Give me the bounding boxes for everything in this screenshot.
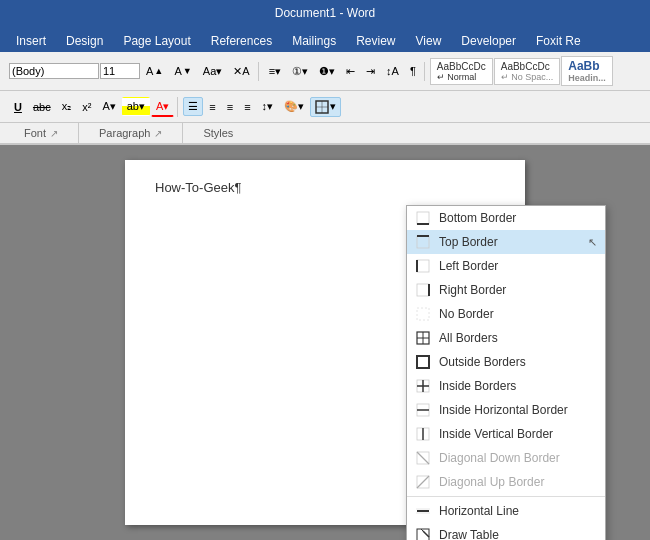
- sort-btn[interactable]: ↕A: [381, 62, 404, 80]
- align-right-btn[interactable]: ≡: [222, 98, 238, 116]
- font-style-group: U abc x₂ x² A▾ ab▾ A▾: [6, 97, 178, 117]
- menu-item-inside-v-border[interactable]: Inside Vertical Border: [407, 422, 605, 446]
- justify-btn[interactable]: ≡: [239, 98, 255, 116]
- svg-rect-3: [417, 212, 429, 224]
- highlight-btn[interactable]: ab▾: [122, 97, 150, 116]
- svg-line-24: [417, 452, 429, 464]
- menu-item-right-border[interactable]: Right Border: [407, 278, 605, 302]
- outside-borders-icon: [415, 354, 431, 370]
- clear-format-btn[interactable]: ✕A: [228, 62, 254, 81]
- draw-table-icon: [415, 527, 431, 540]
- styles-label: Styles: [203, 127, 233, 139]
- top-border-icon: [415, 234, 431, 250]
- title-text: Document1 - Word: [275, 6, 375, 20]
- tab-review[interactable]: Review: [346, 30, 405, 52]
- tab-mailings[interactable]: Mailings: [282, 30, 346, 52]
- toolbar-row1: A▲ A▼ Aa▾ ✕A ≡▾ ①▾ ❶▾ ⇤ ⇥ ↕A ¶ AaBbCcDc …: [0, 52, 650, 91]
- show-formatting-btn[interactable]: ¶: [405, 62, 421, 80]
- menu-item-diagonal-down: Diagonal Down Border: [407, 446, 605, 470]
- tab-page-layout[interactable]: Page Layout: [113, 30, 200, 52]
- font-group-label: Font ↗: [4, 123, 79, 143]
- bullets-btn[interactable]: ≡▾: [264, 62, 286, 81]
- no-border-icon: [415, 306, 431, 322]
- strikethrough-btn[interactable]: abc: [28, 98, 56, 116]
- svg-rect-11: [417, 308, 429, 320]
- right-border-icon: [415, 282, 431, 298]
- horizontal-line-label: Horizontal Line: [439, 504, 519, 518]
- tab-references[interactable]: References: [201, 30, 282, 52]
- svg-line-26: [417, 476, 429, 488]
- align-left-btn[interactable]: ☰: [183, 97, 203, 116]
- inside-borders-label: Inside Borders: [439, 379, 516, 393]
- tab-insert[interactable]: Insert: [6, 30, 56, 52]
- superscript-btn[interactable]: x²: [77, 98, 96, 116]
- menu-item-draw-table[interactable]: Draw Table: [407, 523, 605, 540]
- document-text: How-To-Geek¶: [155, 180, 241, 195]
- inside-borders-icon: [415, 378, 431, 394]
- style-heading-label: Headin...: [568, 73, 606, 83]
- svg-rect-15: [417, 356, 429, 368]
- paragraph-expand-icon[interactable]: ↗: [154, 128, 162, 139]
- styles-group-label: Styles: [183, 123, 253, 143]
- font-expand-icon[interactable]: ↗: [50, 128, 58, 139]
- inside-h-border-label: Inside Horizontal Border: [439, 403, 568, 417]
- text-effects-btn[interactable]: A▾: [97, 97, 120, 116]
- menu-item-horizontal-line[interactable]: Horizontal Line: [407, 499, 605, 523]
- tab-design[interactable]: Design: [56, 30, 113, 52]
- tab-view[interactable]: View: [406, 30, 452, 52]
- line-spacing-btn[interactable]: ↕▾: [257, 97, 279, 116]
- menu-item-top-border[interactable]: Top Border↖: [407, 230, 605, 254]
- borders-btn[interactable]: ▾: [310, 97, 341, 117]
- style-nospace[interactable]: AaBbCcDc ↵ No Spac...: [494, 58, 561, 85]
- change-case-btn[interactable]: Aa▾: [198, 62, 227, 81]
- style-nospace-label: ↵ No Spac...: [501, 72, 554, 82]
- menu-item-bottom-border[interactable]: Bottom Border: [407, 206, 605, 230]
- toolbar-row2: U abc x₂ x² A▾ ab▾ A▾ ☰ ≡ ≡ ≡ ↕▾ 🎨▾ ▾: [0, 91, 650, 123]
- no-border-label: No Border: [439, 307, 494, 321]
- font-size-increase-btn[interactable]: A▲: [141, 62, 168, 80]
- font-size-decrease-btn[interactable]: A▼: [169, 62, 196, 80]
- text-format-group: ≡▾ ①▾ ❶▾ ⇤ ⇥ ↕A ¶: [261, 62, 425, 81]
- inside-v-border-label: Inside Vertical Border: [439, 427, 553, 441]
- subscript-btn[interactable]: x₂: [57, 97, 77, 116]
- style-normal-label: ↵ Normal: [437, 72, 486, 82]
- font-size-input[interactable]: [100, 63, 140, 79]
- document-wrapper: How-To-Geek¶ Bottom BorderTop Border↖Lef…: [0, 145, 650, 540]
- inside-h-border-icon: [415, 402, 431, 418]
- right-border-label: Right Border: [439, 283, 506, 297]
- diagonal-down-label: Diagonal Down Border: [439, 451, 560, 465]
- font-label: Font: [24, 127, 46, 139]
- all-borders-label: All Borders: [439, 331, 498, 345]
- style-heading-preview: AaBb: [568, 59, 606, 73]
- tab-developer[interactable]: Developer: [451, 30, 526, 52]
- style-heading1[interactable]: AaBb Headin...: [561, 56, 613, 86]
- inside-v-border-icon: [415, 426, 431, 442]
- outside-borders-label: Outside Borders: [439, 355, 526, 369]
- styles-group: AaBbCcDc ↵ Normal AaBbCcDc ↵ No Spac... …: [427, 56, 616, 86]
- style-nospace-preview: AaBbCcDc: [501, 61, 554, 72]
- tab-foxit[interactable]: Foxit Re: [526, 30, 591, 52]
- svg-rect-9: [417, 284, 429, 296]
- menu-item-no-border[interactable]: No Border: [407, 302, 605, 326]
- menu-item-all-borders[interactable]: All Borders: [407, 326, 605, 350]
- underline-btn[interactable]: U: [9, 98, 27, 116]
- align-center-btn[interactable]: ≡: [204, 98, 220, 116]
- numbering-btn[interactable]: ①▾: [287, 62, 313, 81]
- svg-rect-5: [417, 236, 429, 248]
- menu-item-left-border[interactable]: Left Border: [407, 254, 605, 278]
- multilevel-btn[interactable]: ❶▾: [314, 62, 340, 81]
- menu-divider: [407, 496, 605, 497]
- font-name-input[interactable]: [9, 63, 99, 79]
- menu-item-inside-borders[interactable]: Inside Borders: [407, 374, 605, 398]
- all-borders-icon: [415, 330, 431, 346]
- left-border-icon: [415, 258, 431, 274]
- decrease-indent-btn[interactable]: ⇤: [341, 62, 360, 81]
- style-normal[interactable]: AaBbCcDc ↵ Normal: [430, 58, 493, 85]
- font-color-btn[interactable]: A▾: [151, 97, 174, 117]
- borders-dropdown: Bottom BorderTop Border↖Left BorderRight…: [406, 205, 606, 540]
- menu-item-inside-h-border[interactable]: Inside Horizontal Border: [407, 398, 605, 422]
- menu-item-outside-borders[interactable]: Outside Borders: [407, 350, 605, 374]
- increase-indent-btn[interactable]: ⇥: [361, 62, 380, 81]
- ribbon-tabs: Insert Design Page Layout References Mai…: [0, 26, 650, 52]
- shading-btn[interactable]: 🎨▾: [279, 97, 309, 116]
